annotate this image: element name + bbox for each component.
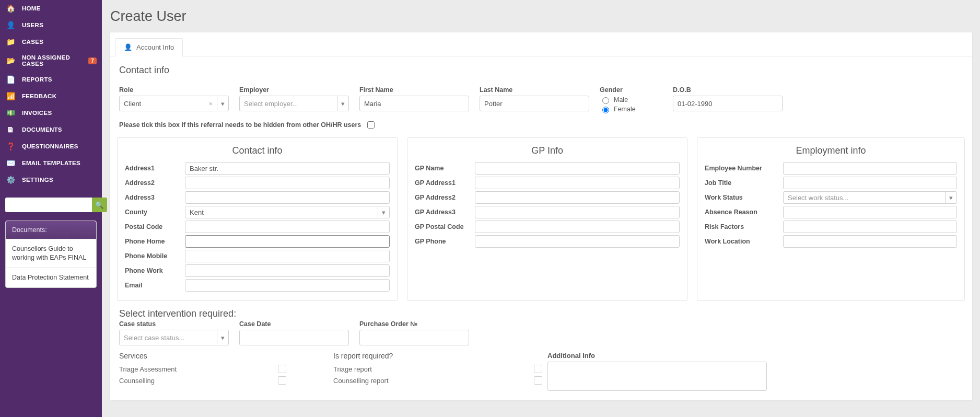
address2-input[interactable] xyxy=(185,177,390,189)
nav-feedback[interactable]: 📶FEEDBACK xyxy=(0,88,102,105)
nav-documents[interactable]: 🗎DOCUMENTS xyxy=(0,121,102,138)
employer-select[interactable]: Select employer... ▾ xyxy=(239,96,349,111)
chevron-down-icon[interactable]: ▾ xyxy=(337,96,348,111)
chevron-down-icon[interactable]: ▾ xyxy=(217,330,228,345)
gp-panel-title: GP Info xyxy=(415,145,680,156)
report-checkbox[interactable] xyxy=(534,365,542,373)
envelope-icon: ✉️ xyxy=(6,159,15,167)
phone-work-label: Phone Work xyxy=(125,267,185,274)
service-name: Counselling xyxy=(119,377,155,385)
chevron-down-icon[interactable]: ▾ xyxy=(378,206,389,218)
employee-number-input[interactable] xyxy=(783,162,957,175)
additional-info-column: Additional Info xyxy=(547,352,767,393)
absence-reason-label: Absence Reason xyxy=(705,209,783,216)
employee-number-label: Employee Number xyxy=(705,165,783,172)
gender-female-radio[interactable] xyxy=(602,107,609,113)
gender-label: Gender xyxy=(600,86,662,94)
work-status-select[interactable]: Select work status...▾ xyxy=(783,191,957,204)
nav-users[interactable]: 👤USERS xyxy=(0,17,102,33)
rss-icon: 📶 xyxy=(6,92,15,100)
work-status-placeholder: Select work status... xyxy=(788,194,848,202)
nav-label: REPORTS xyxy=(22,76,52,83)
county-value: Kent xyxy=(190,209,204,216)
service-item: Counselling xyxy=(119,375,286,386)
work-location-input[interactable] xyxy=(783,235,957,248)
gp-name-label: GP Name xyxy=(415,165,475,172)
cogs-icon: ⚙️ xyxy=(6,176,15,184)
first-name-label: First Name xyxy=(359,86,469,94)
case-status-select[interactable]: Select case status...▾ xyxy=(119,330,229,345)
nav-cases[interactable]: 📁CASES xyxy=(0,33,102,50)
clear-icon[interactable]: × xyxy=(208,100,213,108)
report-checkbox[interactable] xyxy=(534,376,542,385)
documents-panel-item[interactable]: Counsellors Guide to working with EAPs F… xyxy=(6,239,96,268)
file-icon: 📄 xyxy=(6,75,15,84)
address1-label: Address1 xyxy=(125,165,185,172)
emp-panel-title: Employment info xyxy=(705,145,957,156)
absence-reason-input[interactable] xyxy=(783,206,957,218)
question-icon: ❓ xyxy=(6,142,15,150)
nav-questionnaires[interactable]: ❓QUESTIONNAIRES xyxy=(0,138,102,155)
gp-name-input[interactable] xyxy=(475,162,680,175)
role-select[interactable]: Client × ▾ xyxy=(119,96,229,111)
case-date-input[interactable] xyxy=(239,330,349,345)
nav-label: SETTINGS xyxy=(22,177,53,183)
gp-phone-input[interactable] xyxy=(475,235,680,248)
hide-referral-row: Please tick this box if this referral ne… xyxy=(110,118,972,137)
service-checkbox[interactable] xyxy=(278,365,286,373)
role-value: Client xyxy=(124,100,141,108)
phone-work-input[interactable] xyxy=(185,264,390,277)
gp-address3-input[interactable] xyxy=(475,206,680,218)
job-title-label: Job Title xyxy=(705,179,783,187)
case-date-label: Case Date xyxy=(239,320,349,328)
nav-invoices[interactable]: 💵INVOICES xyxy=(0,105,102,121)
service-checkbox[interactable] xyxy=(278,376,286,385)
tab-account-info[interactable]: 👤 Account Info xyxy=(115,38,183,56)
gender-female-label: Female xyxy=(614,106,636,113)
job-title-input[interactable] xyxy=(783,177,957,189)
document-icon: 🗎 xyxy=(6,125,15,134)
address3-input[interactable] xyxy=(185,191,390,204)
documents-panel-title: Documents: xyxy=(6,221,96,239)
risk-factors-input[interactable] xyxy=(783,221,957,233)
report-name: Counselling report xyxy=(333,377,389,385)
nav-label: EMAIL TEMPLATES xyxy=(22,160,80,166)
nav-non-assigned-cases[interactable]: 📂NON ASSIGNED CASES7 xyxy=(0,50,102,71)
last-name-input[interactable] xyxy=(480,96,589,111)
additional-info-textarea[interactable] xyxy=(547,362,767,391)
county-select[interactable]: Kent▾ xyxy=(185,206,390,218)
gp-phone-label: GP Phone xyxy=(415,238,475,245)
hide-referral-checkbox[interactable] xyxy=(367,121,375,129)
services-column: Services Triage Assessment Counselling xyxy=(119,352,307,393)
first-name-input[interactable] xyxy=(359,96,469,111)
nav-email-templates[interactable]: ✉️EMAIL TEMPLATES xyxy=(0,155,102,171)
services-label: Services xyxy=(119,352,307,360)
phone-home-input[interactable] xyxy=(185,235,390,248)
purchase-order-input[interactable] xyxy=(359,330,469,345)
hide-referral-text: Please tick this box if this referral ne… xyxy=(119,121,361,129)
nav-label: QUESTIONNAIRES xyxy=(22,143,78,149)
report-column: Is report required? Triage report Counse… xyxy=(333,352,521,393)
chevron-down-icon[interactable]: ▾ xyxy=(217,96,228,111)
gender-male-radio[interactable] xyxy=(602,97,609,104)
postal-code-label: Postal Code xyxy=(125,223,185,230)
gp-address2-input[interactable] xyxy=(475,191,680,204)
nav-reports[interactable]: 📄REPORTS xyxy=(0,71,102,88)
chevron-down-icon[interactable]: ▾ xyxy=(945,192,956,203)
report-item: Counselling report xyxy=(333,375,542,386)
address1-input[interactable] xyxy=(185,162,390,175)
gender-male-label: Male xyxy=(614,96,628,103)
postal-code-input[interactable] xyxy=(185,221,390,233)
home-icon: 🏠 xyxy=(6,4,15,13)
nav-home[interactable]: 🏠HOME xyxy=(0,0,102,17)
dob-input[interactable] xyxy=(673,96,783,111)
email-input[interactable] xyxy=(185,279,390,292)
documents-panel-item[interactable]: Data Protection Statement xyxy=(6,268,96,287)
employment-info-panel: Employment info Employee Number Job Titl… xyxy=(697,137,965,301)
gp-address1-input[interactable] xyxy=(475,177,680,189)
sidebar-search-input[interactable] xyxy=(5,198,92,212)
phone-mobile-input[interactable] xyxy=(185,250,390,262)
gp-postal-code-input[interactable] xyxy=(475,221,680,233)
user-icon: 👤 xyxy=(6,21,15,29)
nav-settings[interactable]: ⚙️SETTINGS xyxy=(0,171,102,188)
